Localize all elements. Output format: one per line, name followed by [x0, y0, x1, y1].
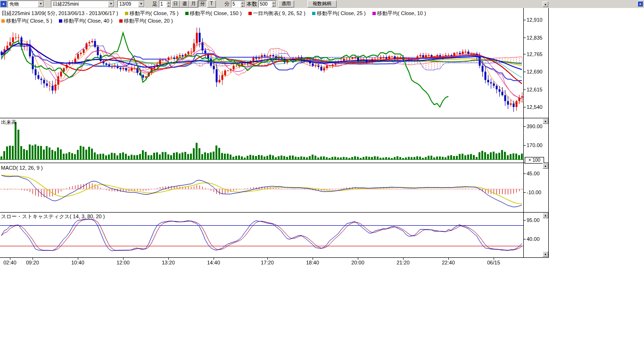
- time-axis-label: 21:20: [393, 260, 413, 265]
- time-axis-label: 22:40: [438, 260, 459, 265]
- time-axis-label: 20:00: [347, 260, 368, 265]
- legend-item: 移動平均( Close, 150 ): [185, 10, 242, 17]
- category-dropdown[interactable]: 先物 ▼: [8, 0, 44, 8]
- symbol-dropdown[interactable]: 日経225mini ▼: [51, 0, 115, 8]
- symbol-dropdown-value: 日経225mini: [53, 1, 79, 8]
- app-window: { "icons": { "dropdown": "▼", "spinner_u…: [0, 0, 644, 362]
- macd-axis-label: 45.00: [527, 171, 540, 176]
- chevron-down-icon[interactable]: ▼: [138, 1, 144, 7]
- scroll-up-button[interactable]: ▲: [543, 1, 548, 7]
- period-day-button[interactable]: 日: [171, 0, 180, 8]
- period-week-button[interactable]: 週: [180, 0, 189, 8]
- stochastics-panel-title: スロー・ストキャスティクス( 14, 3, 80, 20 ): [1, 213, 105, 220]
- time-axis-label: 06/15: [483, 260, 504, 265]
- legend-label: 移動平均( Close, 25 ): [317, 10, 366, 17]
- legend-label: 移動平均( Close, 20 ): [124, 17, 173, 25]
- multi-symbol-button[interactable]: 複数銘柄: [307, 0, 337, 8]
- price-axis-label: 12,910: [527, 17, 543, 23]
- apply-button[interactable]: 適用: [278, 0, 294, 8]
- legend-item: 移動平均( Close, 5 ): [1, 17, 52, 25]
- legend-item: 日経225mini 13/09( 5分, 2013/06/13 - 2013/0…: [1, 10, 118, 17]
- price-axis-label: 12,615: [527, 87, 543, 92]
- stochastics-axis-label: 95.00: [527, 217, 540, 223]
- time-axis-label: 13:20: [158, 260, 179, 265]
- volume-panel-title: 出来高: [1, 119, 17, 126]
- price-axis-label: 12,835: [527, 35, 543, 41]
- price-axis-label: 12,765: [527, 51, 543, 57]
- bar-type-label: 足: [152, 0, 157, 8]
- price-chart-canvas[interactable]: [0, 8, 644, 270]
- chart-legend-row1: 日経225mini 13/09( 5分, 2013/06/13 - 2013/0…: [1, 10, 426, 17]
- legend-label: 移動平均( Close, 40 ): [64, 17, 113, 25]
- minute-interval-spinner[interactable]: 5 ▲ ▼: [231, 0, 245, 8]
- legend-label: 移動平均( Close, 75 ): [130, 10, 179, 17]
- minute-interval-value: 5: [231, 1, 240, 7]
- volume-multiplier-badge: × 100: [525, 157, 544, 164]
- corner-nav-button[interactable]: ▲: [0, 1, 7, 7]
- time-axis-label: 10:40: [67, 260, 88, 265]
- legend-label: 一目均衡表( 9, 26, 52 ): [253, 10, 305, 17]
- chevron-down-icon[interactable]: ▼: [38, 1, 44, 7]
- volume-axis-label: 390.00: [527, 123, 543, 129]
- scroll-up-button[interactable]: ▲: [543, 213, 548, 218]
- legend-color-swatch: [125, 12, 128, 15]
- contract-month-value: 13/09: [119, 1, 131, 7]
- scroll-up-button[interactable]: ▲: [543, 163, 548, 169]
- time-axis-label: 18:40: [302, 260, 323, 265]
- spinner-down-icon[interactable]: ▼: [272, 4, 276, 8]
- legend-color-swatch: [372, 12, 376, 15]
- time-axis-label: 09:20: [22, 260, 43, 265]
- spinner-down-icon[interactable]: ▼: [166, 4, 171, 8]
- scroll-up-button[interactable]: ▲: [543, 118, 548, 124]
- chevron-down-icon[interactable]: ▼: [108, 1, 114, 7]
- legend-item: 移動平均( Close, 20 ): [119, 17, 173, 25]
- bar-interval-spinner[interactable]: 1 ▲ ▼: [159, 0, 171, 8]
- spinner-down-icon[interactable]: ▼: [240, 4, 245, 8]
- legend-color-swatch: [1, 19, 5, 23]
- legend-item: 移動平均( Close, 40 ): [59, 17, 113, 25]
- legend-item: 移動平均( Close, 75 ): [125, 10, 179, 17]
- price-axis-label: 12,690: [527, 69, 543, 74]
- bar-count-value: 500: [259, 1, 272, 7]
- legend-color-swatch: [119, 19, 123, 23]
- bar-count-label: 本数: [247, 0, 257, 8]
- stochastics-axis-label: 40.00: [527, 236, 540, 242]
- chart-legend-row2: 移動平均( Close, 5 )移動平均( Close, 40 )移動平均( C…: [1, 17, 173, 25]
- legend-label: 移動平均( Close, 10 ): [377, 10, 426, 17]
- bar-interval-value: 1: [159, 1, 166, 7]
- macd-axis-label: -10.00: [527, 189, 541, 195]
- legend-label: 移動平均( Close, 5 ): [6, 17, 52, 25]
- price-axis-label: 12,540: [527, 104, 543, 110]
- legend-color-swatch: [59, 19, 62, 23]
- time-axis-label: 02:40: [0, 260, 20, 265]
- time-axis-label: 14:40: [203, 260, 224, 265]
- time-axis-label: 12:00: [113, 260, 133, 265]
- category-dropdown-value: 先物: [9, 1, 19, 8]
- minute-label: 分: [224, 0, 230, 8]
- period-month-button[interactable]: 月: [189, 0, 198, 8]
- time-axis-label: 17:20: [257, 260, 278, 265]
- bar-count-spinner[interactable]: 500 ▲ ▼: [258, 0, 276, 8]
- legend-label: 日経225mini 13/09( 5分, 2013/06/13 - 2013/0…: [1, 10, 118, 17]
- macd-panel-title: MACD( 12, 26, 9 ): [1, 165, 43, 171]
- legend-item: 移動平均( Close, 10 ): [372, 10, 426, 17]
- legend-color-swatch: [185, 12, 189, 15]
- legend-item: 移動平均( Close, 25 ): [312, 10, 366, 17]
- legend-color-swatch: [248, 12, 252, 15]
- legend-color-swatch: [312, 12, 315, 15]
- legend-item: 一目均衡表( 9, 26, 52 ): [248, 10, 305, 17]
- scroll-up-button[interactable]: ▲: [543, 251, 548, 257]
- period-minute-button[interactable]: 分: [198, 0, 207, 8]
- scroll-up-button[interactable]: ▲: [637, 1, 643, 7]
- legend-label: 移動平均( Close, 150 ): [190, 10, 242, 17]
- period-tick-button[interactable]: T: [207, 0, 216, 8]
- contract-month-dropdown[interactable]: 13/09 ▼: [117, 0, 145, 8]
- volume-axis-label: 170.00: [527, 142, 543, 148]
